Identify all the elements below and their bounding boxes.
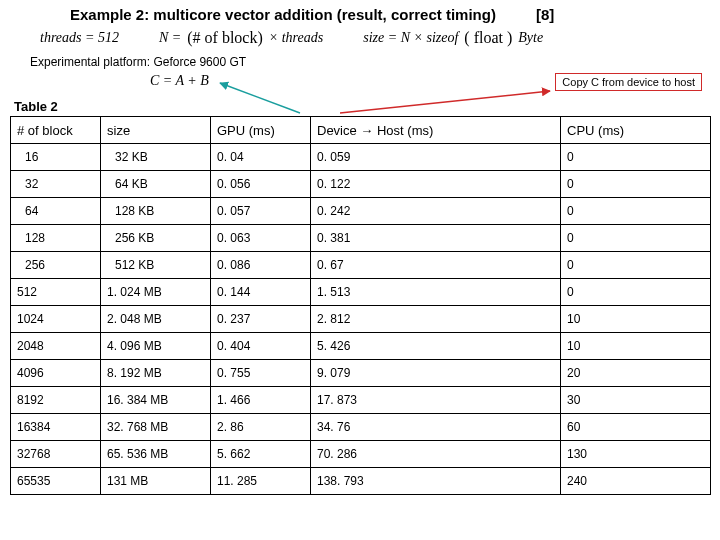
cell-gpu: 2. 86 — [211, 414, 311, 441]
table-row: 3276865. 536 MB5. 66270. 286130 — [11, 441, 711, 468]
col-devhost: Device → Host (ms) — [311, 117, 561, 144]
cell-size: 32. 768 MB — [101, 414, 211, 441]
formula-size: size = N × sizeof ( float ) Byte — [363, 29, 543, 47]
cell-devhost: 70. 286 — [311, 441, 561, 468]
formula-row: threads = 512 N = (# of block) × threads… — [40, 29, 710, 47]
cell-gpu: 0. 237 — [211, 306, 311, 333]
table-row: 64128 KB0. 0570. 2420 — [11, 198, 711, 225]
cell-cpu: 20 — [561, 360, 711, 387]
cell-block: 1024 — [11, 306, 101, 333]
cell-size: 4. 096 MB — [101, 333, 211, 360]
cell-block: 8192 — [11, 387, 101, 414]
cell-cpu: 10 — [561, 333, 711, 360]
cell-block: 2048 — [11, 333, 101, 360]
cell-size: 512 KB — [101, 252, 211, 279]
cell-devhost: 17. 873 — [311, 387, 561, 414]
cell-block: 4096 — [11, 360, 101, 387]
cell-gpu: 11. 285 — [211, 468, 311, 495]
cell-cpu: 0 — [561, 144, 711, 171]
cell-block: 32768 — [11, 441, 101, 468]
page-ref: [8] — [536, 6, 554, 23]
table-row: 819216. 384 MB1. 46617. 87330 — [11, 387, 711, 414]
table-row: 5121. 024 MB0. 1441. 5130 — [11, 279, 711, 306]
cell-devhost: 34. 76 — [311, 414, 561, 441]
table-row: 65535131 MB11. 285138. 793240 — [11, 468, 711, 495]
cell-gpu: 0. 057 — [211, 198, 311, 225]
cell-gpu: 0. 04 — [211, 144, 311, 171]
table-row: 40968. 192 MB0. 7559. 07920 — [11, 360, 711, 387]
cell-cpu: 60 — [561, 414, 711, 441]
cell-devhost: 0. 059 — [311, 144, 561, 171]
cell-cpu: 0 — [561, 171, 711, 198]
callout-box: Copy C from device to host — [555, 73, 702, 91]
cell-block: 65535 — [11, 468, 101, 495]
cell-size: 65. 536 MB — [101, 441, 211, 468]
cell-size: 16. 384 MB — [101, 387, 211, 414]
col-size: size — [101, 117, 211, 144]
cell-size: 64 KB — [101, 171, 211, 198]
cell-gpu: 1. 466 — [211, 387, 311, 414]
cell-block: 16384 — [11, 414, 101, 441]
cell-devhost: 0. 67 — [311, 252, 561, 279]
cell-size: 131 MB — [101, 468, 211, 495]
table-row: 20484. 096 MB0. 4045. 42610 — [11, 333, 711, 360]
table-row: 10242. 048 MB0. 2372. 81210 — [11, 306, 711, 333]
cell-cpu: 130 — [561, 441, 711, 468]
cell-block: 128 — [11, 225, 101, 252]
cell-size: 8. 192 MB — [101, 360, 211, 387]
cell-devhost: 2. 812 — [311, 306, 561, 333]
cell-devhost: 9. 079 — [311, 360, 561, 387]
cell-size: 1. 024 MB — [101, 279, 211, 306]
cell-devhost: 5. 426 — [311, 333, 561, 360]
cell-cpu: 10 — [561, 306, 711, 333]
cell-block: 16 — [11, 144, 101, 171]
cell-devhost: 0. 242 — [311, 198, 561, 225]
table-caption: Table 2 — [14, 99, 710, 114]
cell-cpu: 0 — [561, 252, 711, 279]
platform-text: Experimental platform: Geforce 9600 GT — [30, 55, 710, 69]
cell-cpu: 240 — [561, 468, 711, 495]
cell-block: 512 — [11, 279, 101, 306]
col-cpu: CPU (ms) — [561, 117, 711, 144]
cell-size: 128 KB — [101, 198, 211, 225]
cell-size: 32 KB — [101, 144, 211, 171]
cell-gpu: 0. 755 — [211, 360, 311, 387]
cell-gpu: 0. 144 — [211, 279, 311, 306]
cell-block: 32 — [11, 171, 101, 198]
formula-threads: threads = 512 — [40, 30, 119, 46]
cell-cpu: 0 — [561, 198, 711, 225]
cell-cpu: 0 — [561, 279, 711, 306]
page-title: Example 2: multicore vector addition (re… — [70, 6, 496, 23]
cell-gpu: 5. 662 — [211, 441, 311, 468]
cell-devhost: 0. 122 — [311, 171, 561, 198]
cell-block: 64 — [11, 198, 101, 225]
cell-size: 2. 048 MB — [101, 306, 211, 333]
table-row: 128256 KB0. 0630. 3810 — [11, 225, 711, 252]
table-row: 3264 KB0. 0560. 1220 — [11, 171, 711, 198]
cell-devhost: 1. 513 — [311, 279, 561, 306]
formula-n: N = (# of block) × threads — [159, 29, 323, 47]
results-table: # of block size GPU (ms) Device → Host (… — [10, 116, 711, 495]
table-header-row: # of block size GPU (ms) Device → Host (… — [11, 117, 711, 144]
table-row: 1632 KB0. 040. 0590 — [11, 144, 711, 171]
cell-devhost: 138. 793 — [311, 468, 561, 495]
cell-devhost: 0. 381 — [311, 225, 561, 252]
cell-gpu: 0. 056 — [211, 171, 311, 198]
formula-cab: C = A + B — [150, 73, 209, 89]
cell-cpu: 30 — [561, 387, 711, 414]
cell-gpu: 0. 063 — [211, 225, 311, 252]
col-gpu: GPU (ms) — [211, 117, 311, 144]
cell-gpu: 0. 404 — [211, 333, 311, 360]
table-row: 1638432. 768 MB2. 8634. 7660 — [11, 414, 711, 441]
col-block: # of block — [11, 117, 101, 144]
cell-gpu: 0. 086 — [211, 252, 311, 279]
cell-cpu: 0 — [561, 225, 711, 252]
cell-block: 256 — [11, 252, 101, 279]
table-row: 256512 KB0. 0860. 670 — [11, 252, 711, 279]
cell-size: 256 KB — [101, 225, 211, 252]
